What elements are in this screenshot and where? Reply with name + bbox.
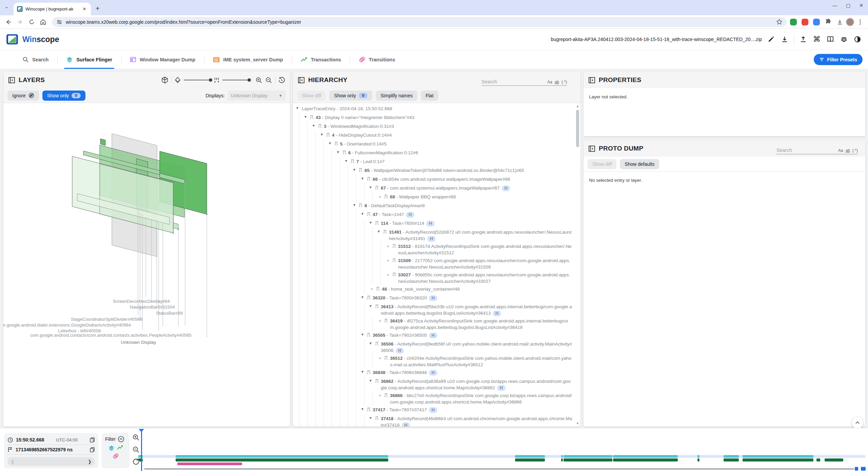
timeline-cursor-handle[interactable]	[139, 429, 144, 432]
transitions-track[interactable]	[138, 463, 865, 465]
pin-icon[interactable]	[367, 177, 371, 181]
tree-row-66[interactable]: ▼66 - c6c854e com.android.systemui.wallp…	[293, 175, 575, 183]
expand-caret-icon[interactable]: ▼	[369, 416, 375, 420]
expand-caret-icon[interactable]: ▼	[369, 379, 375, 382]
proto-dump-search-input[interactable]: Search Aa ab (.*)	[776, 143, 858, 154]
url-omnibox[interactable]: winscope.teams.x20web.corp.google.com/pr…	[52, 17, 787, 27]
expand-caret-icon[interactable]: ▼	[361, 212, 367, 216]
expand-caret-icon[interactable]: ▼	[361, 295, 367, 299]
reset-view-icon[interactable]	[278, 77, 285, 84]
pin-icon[interactable]	[367, 408, 371, 412]
timestamp-human[interactable]: 15:50:52.668	[16, 437, 44, 442]
previous-entry-button[interactable]: ❮	[11, 459, 15, 464]
tree-row-6[interactable]: ▼6 - FullscreenMagnification:0:12#6	[293, 148, 575, 157]
chip-show-only[interactable]: Show onlyV	[329, 91, 372, 101]
trace-segment[interactable]	[561, 455, 563, 458]
rotation-slider[interactable]	[184, 80, 211, 80]
trace-segment[interactable]	[613, 458, 678, 461]
chip-show-diff[interactable]: Show diff	[588, 159, 616, 169]
trace-segment[interactable]	[743, 455, 813, 458]
expand-caret-icon[interactable]: ▼	[369, 341, 375, 345]
chip-show-defaults[interactable]: Show defaults	[620, 159, 659, 169]
pin-icon[interactable]	[375, 221, 379, 225]
expand-caret-icon[interactable]: ▼	[353, 168, 359, 172]
tab-window-manager-dump[interactable]: Window Manager Dump	[121, 50, 204, 69]
scroll-up-icon[interactable]: ▲	[575, 104, 580, 109]
browser-tab[interactable]: Winscope | bugreport-ak ✕	[14, 3, 91, 15]
chip-flat[interactable]: Flat	[421, 91, 438, 101]
tree-row-36505[interactable]: ▼36505 - Task=7902#36505H	[293, 331, 575, 339]
surface-flinger-layers-icon[interactable]	[108, 445, 115, 451]
tree-row-8[interactable]: ▼8 - DefaultTaskDisplayArea#8	[293, 201, 575, 210]
tree-row-65[interactable]: ▼65 - WallpaperWindowToken{87b6d66 token…	[293, 166, 575, 175]
scrollbar-thumb[interactable]	[576, 110, 579, 147]
copy-timestamp-icon[interactable]	[90, 437, 95, 443]
browser-menu-icon[interactable]	[854, 16, 866, 28]
pin-icon[interactable]	[392, 244, 396, 248]
trace-segment[interactable]	[515, 455, 545, 458]
expand-caret-icon[interactable]: ▼	[361, 177, 367, 180]
forward-button[interactable]	[14, 16, 26, 28]
tree-row-36512[interactable]: 36512 - c04204e ActivityRecordInputSink …	[293, 354, 575, 368]
window-minimize-button[interactable]: —	[832, 2, 837, 9]
scrollbar-handle[interactable]	[861, 467, 866, 471]
trace-segment[interactable]	[697, 458, 699, 461]
tree-row-36413[interactable]: ▼36413 - ActivityRecord{f5be33b u10 com.…	[293, 302, 575, 316]
panel-dock-icon[interactable]	[8, 77, 15, 84]
tree-row-31509[interactable]: 31509 - 2177052 com.google.android.apps.…	[293, 256, 575, 270]
expand-caret-icon[interactable]: ▼	[361, 333, 367, 336]
collapse-panel-button[interactable]	[852, 417, 863, 429]
pin-icon[interactable]	[375, 416, 379, 420]
pin-icon[interactable]	[392, 273, 396, 277]
match-case-icon[interactable]: Aa	[547, 80, 552, 84]
tab-transitions[interactable]: Transitions	[350, 50, 404, 69]
expand-caret-icon[interactable]: ▼	[296, 106, 302, 110]
reload-button[interactable]	[26, 16, 37, 28]
shortcuts-icon[interactable]: ⌘	[812, 35, 821, 44]
home-button[interactable]	[37, 16, 49, 28]
pin-icon[interactable]	[359, 168, 362, 172]
expand-caret-icon[interactable]: ▼	[369, 304, 375, 308]
trace-segment[interactable]	[816, 458, 820, 461]
tree-row-36419[interactable]: 36419 - 4f275ca ActivityRecordInputSink …	[293, 316, 575, 331]
pin-icon[interactable]	[367, 296, 371, 300]
chip-show-diff[interactable]: Show diff	[297, 91, 326, 101]
hierarchy-search-input[interactable]: Search Aa ab (.*)	[481, 74, 567, 86]
next-entry-button[interactable]: ❯	[88, 459, 92, 464]
tree-row-5[interactable]: ▼5 - OneHanded:0:14#5	[293, 139, 575, 148]
trace-segment[interactable]	[176, 455, 388, 458]
expand-caret-icon[interactable]: ▼	[361, 407, 367, 411]
expand-caret-icon[interactable]: ▼	[304, 115, 310, 119]
timeline-tracks[interactable]	[138, 428, 868, 472]
transactions-track[interactable]	[138, 458, 865, 461]
trace-segment[interactable]	[177, 463, 242, 465]
window-maximize-button[interactable]: ▢	[846, 2, 850, 9]
pin-icon[interactable]	[375, 379, 379, 383]
tree-row-36848[interactable]: ▼36848 - Task=7906#36848H	[293, 368, 575, 377]
bookmark-star-icon[interactable]	[776, 19, 783, 25]
pin-icon[interactable]	[375, 342, 379, 346]
ignore-chip[interactable]: Ignore	[7, 91, 39, 101]
tree-row-31512[interactable]: 31512 - 81917d ActivityRecordInputSink c…	[293, 242, 575, 256]
expand-caret-icon[interactable]: ▼	[369, 221, 375, 224]
expand-caret-icon[interactable]: ▼	[353, 203, 359, 207]
displays-select[interactable]: Unknown Display ▼	[228, 91, 286, 101]
pin-icon[interactable]	[334, 142, 338, 146]
trace-segment[interactable]	[515, 458, 545, 461]
chevron-down-icon[interactable]: ⌄	[5, 4, 8, 9]
tree-row-7[interactable]: ▼7 - Leaf:0:1#7	[293, 157, 575, 166]
surface-flinger-track[interactable]	[138, 455, 865, 458]
extension-icon[interactable]	[790, 19, 797, 25]
report-bug-icon[interactable]	[840, 35, 848, 44]
match-word-icon[interactable]: ab	[846, 148, 850, 153]
timeline-cursor[interactable]	[141, 429, 142, 471]
new-tab-button[interactable]: +	[96, 5, 100, 12]
upload-trace-icon[interactable]	[799, 35, 808, 44]
tree-row-4[interactable]: ▼4 - HideDisplayCutout:0:14#4	[293, 131, 575, 139]
pin-icon[interactable]	[342, 151, 346, 155]
window-close-button[interactable]: ✕	[859, 2, 863, 9]
expand-caret-icon[interactable]: ▼	[320, 133, 326, 136]
hierarchy-scrollbar[interactable]: ▲ ▼	[575, 104, 580, 426]
trace-segment[interactable]	[825, 458, 843, 461]
tree-row-114[interactable]: ▼114 - Task=7650#114H	[293, 219, 575, 228]
